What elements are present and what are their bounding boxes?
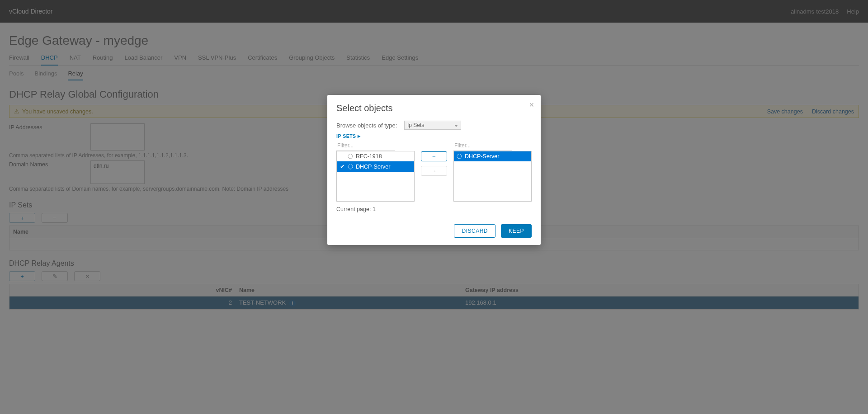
caret-right-icon: ▶: [358, 134, 361, 138]
move-left-button[interactable]: ←: [421, 151, 447, 161]
pager: Current page: 1: [336, 206, 532, 212]
modal-close-button[interactable]: ✕: [529, 101, 534, 108]
modal-overlay: ✕ Select objects Browse objects of type:…: [0, 0, 868, 414]
check-icon: ✔: [340, 163, 345, 170]
arrow-left-icon: ←: [432, 154, 437, 159]
left-filter-input[interactable]: [336, 141, 395, 151]
svg-point-2: [457, 154, 462, 159]
browse-label: Browse objects of type:: [336, 122, 404, 129]
object-type-select[interactable]: Ip Sets: [404, 121, 461, 130]
select-objects-modal: ✕ Select objects Browse objects of type:…: [327, 95, 541, 245]
available-item-dhcp[interactable]: ✔ DHCP-Server: [337, 161, 414, 172]
modal-title: Select objects: [336, 103, 532, 113]
discard-button[interactable]: DISCARD: [454, 224, 495, 238]
available-item-rfc1918[interactable]: RFC-1918: [337, 151, 414, 161]
ipset-icon: [348, 154, 353, 159]
ipsets-breadcrumb[interactable]: IP SETS ▶: [336, 133, 532, 139]
ipset-icon: [348, 164, 353, 169]
ipset-icon: [457, 154, 462, 159]
right-filter-input[interactable]: [453, 141, 512, 151]
svg-point-0: [348, 154, 353, 159]
arrow-right-icon: →: [432, 168, 437, 174]
svg-point-1: [348, 165, 353, 169]
selected-list: DHCP-Server: [453, 151, 532, 202]
selected-item-dhcp[interactable]: DHCP-Server: [454, 151, 531, 161]
available-list: RFC-1918 ✔ DHCP-Server: [336, 151, 415, 202]
keep-button[interactable]: KEEP: [501, 224, 532, 238]
move-right-button[interactable]: →: [421, 166, 447, 176]
